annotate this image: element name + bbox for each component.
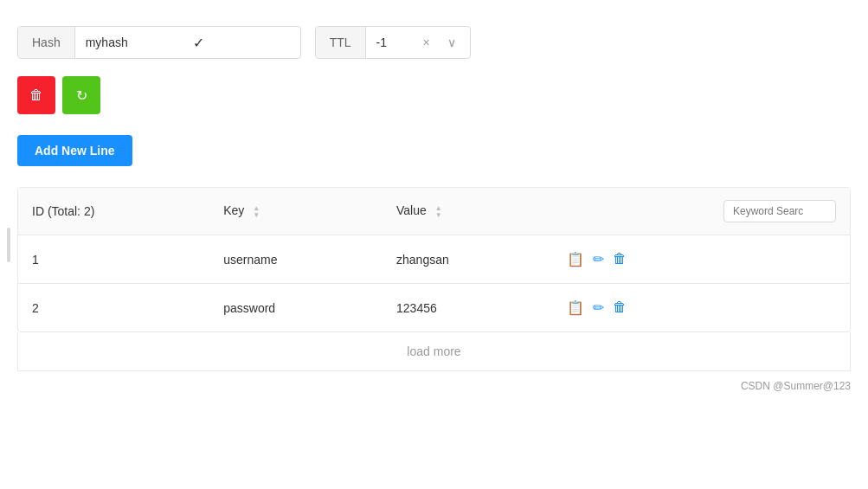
table-header-row: ID (Total: 2) Key ▲ ▼ Value ▲ ▼ xyxy=(18,188,850,235)
footer-text: CSDN @Summer@123 xyxy=(741,380,851,392)
table-row: 1 username zhangsan 📋 ✏ 🗑 xyxy=(18,235,850,284)
key-sort-icons[interactable]: ▲ ▼ xyxy=(253,205,260,219)
hash-value-container: myhash ✓ xyxy=(75,35,300,51)
ttl-value-container: -1 × ∨ xyxy=(366,35,470,49)
refresh-icon: ↻ xyxy=(76,87,87,104)
check-icon: ✓ xyxy=(193,35,290,51)
table-container: ID (Total: 2) Key ▲ ▼ Value ▲ ▼ xyxy=(17,187,851,332)
copy-icon[interactable]: 📋 xyxy=(567,299,584,316)
value-sort-icons[interactable]: ▲ ▼ xyxy=(435,205,442,219)
col-id-header: ID (Total: 2) xyxy=(18,188,209,235)
add-new-line-button[interactable]: Add New Line xyxy=(17,135,132,166)
data-table: ID (Total: 2) Key ▲ ▼ Value ▲ ▼ xyxy=(18,188,850,331)
top-bar: Hash myhash ✓ TTL -1 × ∨ xyxy=(17,26,851,59)
edit-icon[interactable]: ✏ xyxy=(593,299,604,316)
ttl-group: TTL -1 × ∨ xyxy=(315,26,471,59)
trash-icon: 🗑 xyxy=(29,87,43,103)
sort-down-icon: ▼ xyxy=(253,212,260,219)
cell-id: 1 xyxy=(18,235,209,284)
ttl-clear-button[interactable]: × xyxy=(419,35,433,49)
col-value-header: Value ▲ ▼ xyxy=(383,188,553,235)
keyword-search-input[interactable] xyxy=(723,200,836,222)
footer: CSDN @Summer@123 xyxy=(17,380,851,392)
hash-value-text: myhash xyxy=(86,35,183,49)
copy-icon[interactable]: 📋 xyxy=(567,251,584,267)
refresh-button[interactable]: ↻ xyxy=(62,76,100,114)
ttl-label: TTL xyxy=(316,27,366,58)
cell-value: 123456 xyxy=(383,284,553,332)
sort-down-icon: ▼ xyxy=(435,212,442,219)
hash-group: Hash myhash ✓ xyxy=(17,26,301,59)
action-buttons: 🗑 ↻ xyxy=(17,76,851,114)
delete-button[interactable]: 🗑 xyxy=(17,76,55,114)
load-more-container: load more xyxy=(17,332,851,371)
cell-id: 2 xyxy=(18,284,209,332)
cell-key: username xyxy=(209,235,383,284)
ttl-value-text: -1 xyxy=(376,35,409,49)
load-more-button[interactable]: load more xyxy=(407,344,460,358)
delete-row-icon[interactable]: 🗑 xyxy=(613,299,627,316)
ttl-confirm-button[interactable]: ∨ xyxy=(444,35,460,49)
cell-value: zhangsan xyxy=(383,235,553,284)
cell-actions: 📋 ✏ 🗑 xyxy=(553,235,850,284)
cell-key: password xyxy=(209,284,383,332)
table-row: 2 password 123456 📋 ✏ 🗑 xyxy=(18,284,850,332)
cell-actions: 📋 ✏ 🗑 xyxy=(553,284,850,332)
resize-handle[interactable] xyxy=(7,228,10,262)
col-key-header: Key ▲ ▼ xyxy=(209,188,383,235)
delete-row-icon[interactable]: 🗑 xyxy=(613,251,627,267)
hash-label: Hash xyxy=(18,27,75,58)
col-actions-header xyxy=(553,188,850,235)
edit-icon[interactable]: ✏ xyxy=(593,251,604,267)
